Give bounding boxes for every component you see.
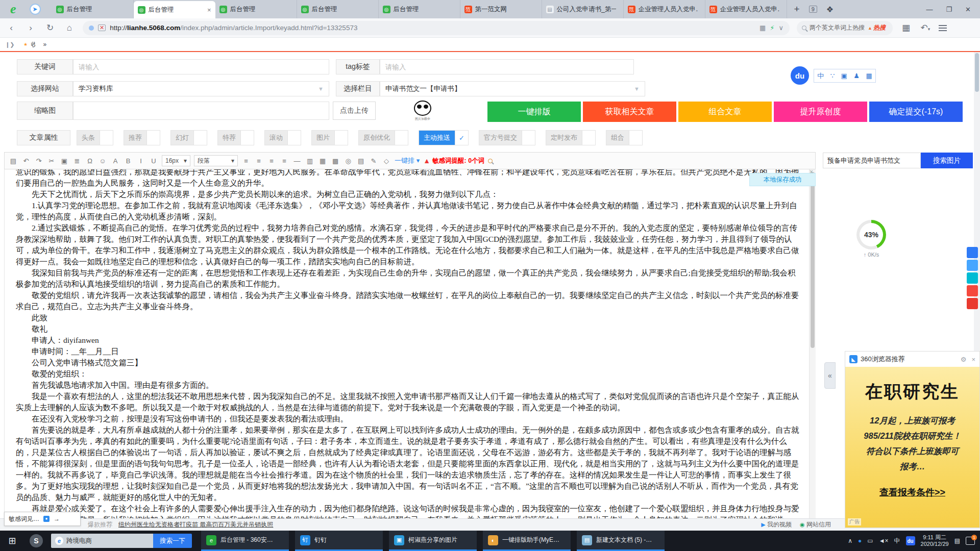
bookmark-item[interactable]: ★ 收藏 ▾ xyxy=(22,40,35,49)
browser-tab[interactable]: ◎ 后台管理 xyxy=(379,0,460,18)
image-search-input[interactable] xyxy=(827,157,916,164)
ad-close-icon[interactable]: × xyxy=(971,356,975,363)
url-dropdown-icon[interactable]: ∨ xyxy=(778,24,783,32)
panel-icon[interactable]: ▣ xyxy=(841,72,847,80)
du-tray-icon[interactable]: du xyxy=(906,536,915,545)
action-button[interactable]: 获取相关文章 xyxy=(583,102,676,122)
toolbar-icon[interactable]: ☺ xyxy=(98,157,107,165)
editor-content[interactable]: 意识的锻炼，我的愿望日益强烈，那就是我要献身于共产主义事业，更好地为人民服务。在… xyxy=(4,169,810,518)
start-button[interactable]: ⊞ xyxy=(0,531,24,551)
taskbar-app-button[interactable]: e 后台管理 - 360安… xyxy=(201,531,289,551)
article-attr-toggle[interactable]: 原创优化 xyxy=(358,130,408,145)
tray-expand-icon[interactable]: ∧ xyxy=(848,537,852,544)
tag-input[interactable] xyxy=(385,63,628,71)
tag-field[interactable] xyxy=(380,59,634,74)
attr-checkbox[interactable] xyxy=(334,131,348,145)
forward-button[interactable]: › xyxy=(24,23,37,33)
attr-checkbox[interactable] xyxy=(100,131,113,145)
attr-checkbox[interactable]: ✓ xyxy=(455,131,468,145)
search-hotword[interactable]: 两个英文单词上热搜 xyxy=(810,23,865,32)
grid-icon[interactable]: ▦ xyxy=(866,72,872,80)
close-button[interactable]: ✕ xyxy=(965,6,971,13)
tab-close-icon[interactable]: × xyxy=(207,6,211,14)
toolbar-icon[interactable]: ◇ xyxy=(382,157,391,165)
toolbar-icon[interactable]: ✎ xyxy=(369,157,378,165)
taskbar-app-button[interactable]: ▤ 新建文本文档 (5) -… xyxy=(577,531,665,551)
attr-checkbox[interactable] xyxy=(240,131,254,145)
sidebar-collapse-handle[interactable]: « xyxy=(824,362,836,389)
address-bar[interactable]: ✕ http://lianhe.5068.com/index.php/admin… xyxy=(83,21,790,35)
du-badge-icon[interactable]: du xyxy=(791,66,809,85)
my-videos-button[interactable]: ▶ 我的视频 xyxy=(761,520,792,529)
floating-shortcut-icon[interactable] xyxy=(967,260,978,271)
sensitive-word-alert[interactable]: ▲敏感词提醒: 0个词 xyxy=(423,157,484,165)
article-attr-toggle[interactable]: 定时发布 xyxy=(546,130,596,145)
skin-icon[interactable]: ❖ xyxy=(826,5,834,14)
attr-checkbox[interactable] xyxy=(193,131,207,145)
home-button[interactable]: ⌂ xyxy=(63,23,76,33)
toolbar-icon[interactable]: ▩ xyxy=(331,157,340,165)
editor-scrollbar[interactable] xyxy=(810,169,816,518)
toolbar-icon[interactable]: ▣ xyxy=(60,157,69,165)
toolbar-icon[interactable]: ✂ xyxy=(47,157,56,165)
action-button[interactable]: 一键排版 xyxy=(487,102,581,122)
toolbar-icon[interactable]: ↶ xyxy=(21,157,31,165)
hot-search-button[interactable]: 热搜 xyxy=(868,23,886,32)
recently-closed-icon[interactable]: ↶▾ xyxy=(919,22,932,33)
toolbar-icon[interactable]: ◎ xyxy=(344,157,353,165)
minimize-button[interactable]: — xyxy=(926,6,933,13)
browser-tab[interactable]: ◎ 后台管理 × xyxy=(134,1,215,18)
bookmarks-collapse-icon[interactable]: ❙❯ xyxy=(5,41,14,48)
image-search-button[interactable]: 搜索图片 xyxy=(921,153,973,168)
attr-checkbox[interactable] xyxy=(146,131,160,145)
toolbar-icon[interactable]: B xyxy=(124,157,133,165)
browser-tab[interactable]: 范 第一范文网 xyxy=(460,0,542,18)
column-select[interactable]: 申请书范文一【申请书】▼ xyxy=(380,81,645,96)
toolbar-icon[interactable]: A xyxy=(111,157,120,165)
font-size-select[interactable]: 16px▾ xyxy=(162,155,190,166)
article-attr-toggle[interactable]: 组合 xyxy=(606,130,643,145)
bookmarks-overflow-icon[interactable]: » xyxy=(43,41,46,48)
refresh-button[interactable]: ↻ xyxy=(44,22,56,33)
browser-tab[interactable]: ◎ 后台管理 xyxy=(52,0,134,18)
paragraph-select[interactable]: 段落▾ xyxy=(194,155,238,166)
toolbar-icon[interactable]: ≡ xyxy=(254,157,263,165)
attr-checkbox[interactable] xyxy=(395,131,408,145)
url-text[interactable]: http://lianhe.5068.com/index.php/admin/a… xyxy=(110,24,755,32)
action-button[interactable]: 提升原创度 xyxy=(774,102,867,122)
toolbar-icon[interactable]: ≡ xyxy=(241,157,251,165)
volume-muted-icon[interactable]: ◄× xyxy=(879,537,889,544)
page-scrollbar-thumb[interactable] xyxy=(975,53,979,92)
article-attr-toggle[interactable]: 主动推送 ✓ xyxy=(419,130,469,145)
ad-settings-icon[interactable]: ⚙ xyxy=(961,356,967,363)
toolbar-icon[interactable]: ≡ xyxy=(280,157,289,165)
upload-button[interactable]: 点击上传 xyxy=(333,102,376,120)
floating-shortcut-icon[interactable] xyxy=(967,298,978,309)
taskbar-search-button[interactable]: 搜索一下 xyxy=(153,534,192,548)
article-attr-toggle[interactable]: 特荐 xyxy=(217,130,254,145)
toolbar-icon[interactable]: ≣ xyxy=(72,157,82,165)
article-attr-toggle[interactable]: 官方号提交 xyxy=(479,130,535,145)
ad-cta-link[interactable]: 查看报考条件>> xyxy=(845,486,979,498)
back-button[interactable]: ‹ xyxy=(5,23,17,33)
floating-shortcut-icon[interactable] xyxy=(967,272,978,284)
browser-tab[interactable]: ▤ 公司入党申请书_第一… xyxy=(542,0,624,18)
notification-center-icon[interactable]: 1 xyxy=(966,537,975,545)
toolbar-icon[interactable]: I xyxy=(136,157,145,165)
attr-checkbox[interactable] xyxy=(287,131,301,145)
ime-indicator[interactable]: 中 xyxy=(894,537,900,545)
paper-plane-icon[interactable]: ➤ xyxy=(30,4,41,15)
browser-tab[interactable]: ◎ 后台管理 xyxy=(215,0,297,18)
onekey-format-button[interactable]: 一键排 ▾ xyxy=(395,156,420,165)
punctuation-icon[interactable]: ∵ xyxy=(830,72,835,80)
image-search-field[interactable] xyxy=(823,153,921,168)
sensitive-word-popup[interactable]: 敏感词见… ● → xyxy=(4,512,81,526)
action-button[interactable]: 确定提交(-17s) xyxy=(869,102,963,122)
browser-tab[interactable]: ◎ 后台管理 xyxy=(297,0,379,18)
thumbnail-field[interactable] xyxy=(73,102,329,120)
new-tab-button[interactable]: + xyxy=(794,4,800,15)
taskbar-app-button[interactable]: 钉 钉钉 xyxy=(295,531,383,551)
notes-icon[interactable]: ▤ xyxy=(954,537,960,544)
article-attr-toggle[interactable]: 幻灯 xyxy=(170,130,207,145)
toolbar-icon[interactable]: ▤ xyxy=(356,157,365,165)
